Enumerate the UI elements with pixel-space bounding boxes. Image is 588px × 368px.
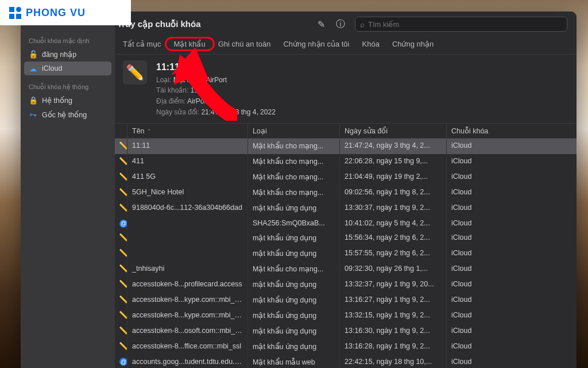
cell-name	[127, 216, 248, 231]
cell-type: Mật khẩu cho mạng...	[248, 262, 340, 277]
sidebar-item-label: Gốc hệ thống	[42, 110, 87, 119]
table-row[interactable]: accesstoken-8...osoft.com::mbi_sslmật kh…	[115, 324, 577, 339]
cell-name: accesstoken-8...ffice.com::mbi_ssl	[127, 339, 248, 355]
tab-certs[interactable]: Chứng nhận	[390, 39, 436, 49]
cell-date: 13:32:15, ngày 1 thg 9, 2...	[340, 308, 447, 324]
note-icon	[119, 141, 127, 150]
cell-date: 22:06:28, ngày 15 thg 9,...	[340, 154, 447, 170]
cell-chain: iCloud	[447, 308, 577, 324]
cell-name: 411	[127, 154, 248, 170]
note-icon	[119, 233, 127, 241]
sort-asc-icon: ⌃	[147, 128, 152, 134]
col-header-type[interactable]: Loại	[248, 124, 340, 138]
sidebar-item-system-root[interactable]: 🗝 Gốc hệ thống	[21, 108, 115, 122]
item-list[interactable]: 11:11Mật khẩu cho mạng...21:47:24, ngày …	[115, 139, 577, 368]
table-row[interactable]: accesstoken-8...profilecard.accessmật kh…	[115, 277, 577, 293]
table-row[interactable]: 411Mật khẩu cho mạng...22:06:28, ngày 15…	[115, 154, 577, 170]
cell-type: Mật khẩu cho mạng...	[248, 170, 340, 185]
cell-type: mật khẩu ứng dụng	[248, 293, 340, 308]
cell-chain: iCloud	[447, 262, 577, 277]
compose-icon[interactable]: ✎	[312, 16, 330, 33]
sidebar-item-icloud[interactable]: ☁︎ iCloud	[24, 62, 111, 75]
cell-chain: iCloud	[447, 170, 577, 185]
tab-my-certs[interactable]: Chứng nhận của tôi	[281, 39, 351, 49]
keychain-window: Chuỗi khóa mặc định 🔓 đăng nhập ☁︎ iClou…	[21, 12, 577, 368]
filter-tabs: Tất cả mục Mật khẩu Ghi chú an toàn Chứn…	[115, 37, 577, 55]
table-row[interactable]: _tnhisayhiMật khẩu cho mạng...09:32:30, …	[115, 262, 577, 277]
tab-secure-notes[interactable]: Ghi chú an toàn	[216, 39, 273, 49]
note-icon	[119, 172, 127, 181]
cell-date: 22:42:15, ngày 18 thg 10,...	[340, 355, 447, 368]
note-icon	[119, 249, 127, 257]
cell-chain: iCloud	[447, 324, 577, 339]
cell-date: 15:57:55, ngày 2 thg 6, 2...	[340, 246, 447, 262]
cell-date: 13:30:37, ngày 1 thg 9, 2...	[340, 201, 447, 216]
brand-logo-icon	[9, 7, 21, 19]
cell-date: 21:04:49, ngày 19 thg 2,...	[340, 170, 447, 185]
cell-chain: iCloud	[447, 216, 577, 231]
cell-type: mật khẩu ứng dụng	[248, 339, 340, 355]
brand-text: PHONG VU	[26, 7, 86, 19]
table-row[interactable]: accesstoken-8...kype.com::mbi_sslmật khẩ…	[115, 308, 577, 324]
tab-passwords[interactable]: Mật khẩu	[172, 39, 208, 49]
cell-type: mật khẩu ứng dụng	[248, 277, 340, 293]
col-header-date[interactable]: Ngày sửa đổi	[340, 124, 447, 138]
table-row[interactable]: 11:11Mật khẩu cho mạng...21:47:24, ngày …	[115, 139, 577, 154]
cell-chain: iCloud	[447, 339, 577, 355]
sidebar-group-default: Chuỗi khóa mặc định	[21, 35, 115, 47]
table-row[interactable]: mật khẩu ứng dụng15:57:55, ngày 2 thg 6,…	[115, 246, 577, 262]
table-row[interactable]: mật khẩu ứng dụng15:56:34, ngày 2 thg 6,…	[115, 231, 577, 246]
note-icon	[119, 311, 127, 319]
search-input[interactable]	[368, 20, 562, 29]
cell-name: 5GH_Nice Hotel	[127, 185, 248, 201]
cell-chain: iCloud	[447, 355, 577, 368]
table-row[interactable]: accesstoken-8...kype.com::mbi_sslmật khẩ…	[115, 293, 577, 308]
lock-icon: 🔒	[29, 97, 37, 104]
cell-chain: iCloud	[447, 139, 577, 154]
col-header-name[interactable]: Tên⌃	[127, 124, 248, 138]
note-icon	[119, 296, 127, 304]
cell-date: 09:32:30, ngày 26 thg 1,...	[340, 262, 447, 277]
sidebar-item-login[interactable]: 🔓 đăng nhập	[21, 47, 115, 62]
item-detail-name: 11:11	[156, 60, 276, 75]
lockfile-icon: 🗝	[29, 111, 37, 118]
cloud-icon: ☁︎	[29, 65, 37, 72]
note-icon	[119, 188, 127, 196]
cell-name: accesstoken-8...profilecard.access	[127, 277, 248, 293]
sidebar: Chuỗi khóa mặc định 🔓 đăng nhập ☁︎ iClou…	[21, 12, 115, 368]
search-field[interactable]: ⌕	[355, 17, 567, 32]
cell-name: accesstoken-8...osoft.com::mbi_ssl	[127, 324, 248, 339]
table-row[interactable]: 9188040d-6c...112-36a304b66dadmật khẩu ứ…	[115, 201, 577, 216]
tab-keys[interactable]: Khóa	[360, 39, 382, 49]
window-title: Truy cập chuỗi khóa	[115, 19, 310, 29]
cell-name: accesstoken-8...kype.com::mbi_ssl	[127, 293, 248, 308]
unlock-icon: 🔓	[29, 51, 37, 58]
cell-date: 10:41:02, ngày 5 thg 4, 2...	[340, 216, 447, 231]
cell-type: SHA256:SmQ0BxaB...	[248, 216, 340, 231]
cell-name: 11:11	[127, 139, 248, 154]
cell-type: mật khẩu ứng dụng	[248, 246, 340, 262]
cell-date: 13:32:37, ngày 1 thg 9, 20...	[340, 277, 447, 293]
table-row[interactable]: accesstoken-8...ffice.com::mbi_sslmật kh…	[115, 339, 577, 355]
table-row[interactable]: @accounts.goog...tudent.tdtu.edu.vn)Mật …	[115, 355, 577, 368]
sidebar-item-system[interactable]: 🔒 Hệ thống	[21, 93, 115, 108]
table-row[interactable]: 5GH_Nice HotelMật khẩu cho mạng...09:02:…	[115, 185, 577, 201]
cell-chain: iCloud	[447, 277, 577, 293]
cell-chain: iCloud	[447, 293, 577, 308]
note-icon	[119, 157, 127, 165]
col-header-chain[interactable]: Chuỗi khóa	[447, 124, 577, 138]
cell-name: accesstoken-8...kype.com::mbi_ssl	[127, 308, 248, 324]
info-icon[interactable]: ⓘ	[332, 16, 349, 33]
cell-type: mật khẩu ứng dụng	[248, 324, 340, 339]
sidebar-item-label: Hệ thống	[42, 96, 72, 105]
list-header: Tên⌃ Loại Ngày sửa đổi Chuỗi khóa	[115, 124, 577, 139]
note-icon	[119, 280, 127, 288]
cell-chain: iCloud	[447, 231, 577, 246]
tab-all[interactable]: Tất cả mục	[121, 39, 164, 49]
table-row[interactable]: 411 5GMật khẩu cho mạng...21:04:49, ngày…	[115, 170, 577, 185]
pencil-icon: ✏️	[123, 60, 147, 85]
cell-name: 9188040d-6c...112-36a304b66dad	[127, 201, 248, 216]
table-row[interactable]: @SHA256:SmQ0BxaB...10:41:02, ngày 5 thg …	[115, 216, 577, 231]
note-icon	[119, 264, 127, 273]
cell-name	[127, 246, 248, 262]
